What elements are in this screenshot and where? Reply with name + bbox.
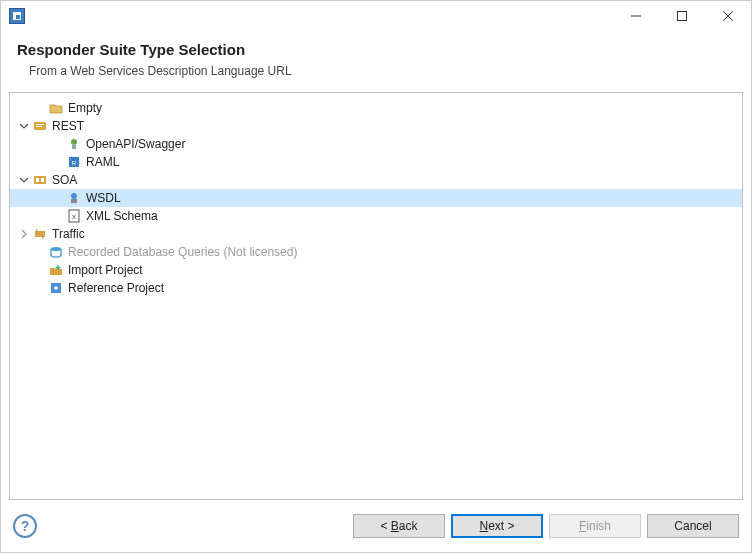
svg-rect-8 (72, 145, 76, 149)
titlebar (1, 1, 751, 31)
help-button[interactable]: ? (13, 514, 37, 538)
svg-point-7 (71, 139, 77, 145)
tree-item-recordeddb: Recorded Database Queries (Not licensed) (10, 243, 742, 261)
tree-item-wsdl[interactable]: WSDL (10, 189, 742, 207)
tree-label: Recorded Database Queries (Not licensed) (68, 245, 297, 259)
svg-rect-15 (71, 199, 77, 203)
page-title: Responder Suite Type Selection (17, 41, 735, 58)
svg-point-18 (51, 247, 61, 251)
tree-label: REST (52, 119, 84, 133)
tree-item-import[interactable]: Import Project (10, 261, 742, 279)
chevron-down-icon[interactable] (16, 175, 32, 185)
wsdl-icon (66, 190, 82, 206)
tree-label: Reference Project (68, 281, 164, 295)
xml-icon: X (66, 208, 82, 224)
svg-rect-12 (36, 178, 39, 182)
tree-item-raml[interactable]: R RAML (10, 153, 742, 171)
traffic-icon (32, 226, 48, 242)
svg-rect-11 (34, 176, 46, 184)
tree-label: XML Schema (86, 209, 158, 223)
next-button[interactable]: Next > (451, 514, 543, 538)
page-subtitle: From a Web Services Description Language… (29, 64, 735, 78)
tree-item-reference[interactable]: Reference Project (10, 279, 742, 297)
tree-item-swagger[interactable]: OpenAPI/Swagger (10, 135, 742, 153)
finish-button: Finish (549, 514, 641, 538)
svg-rect-1 (678, 12, 687, 21)
tree-item-empty[interactable]: Empty (10, 99, 742, 117)
tree-item-rest[interactable]: REST (10, 117, 742, 135)
soa-icon (32, 172, 48, 188)
import-icon (48, 262, 64, 278)
tree-label: SOA (52, 173, 77, 187)
button-label: Finish (579, 519, 611, 533)
app-icon (9, 8, 25, 24)
tree-panel: Empty REST OpenAPI/Swagger R RAML (9, 92, 743, 500)
close-button[interactable] (705, 1, 751, 31)
tree-label: Empty (68, 101, 102, 115)
wizard-header: Responder Suite Type Selection From a We… (1, 31, 751, 92)
tree-item-traffic[interactable]: Traffic (10, 225, 742, 243)
tree-label: Import Project (68, 263, 143, 277)
svg-rect-13 (41, 178, 44, 182)
tree-label: OpenAPI/Swagger (86, 137, 185, 151)
swagger-icon (66, 136, 82, 152)
svg-rect-5 (36, 124, 44, 125)
chevron-right-icon[interactable] (16, 229, 32, 239)
svg-rect-6 (36, 126, 42, 127)
button-label: Next > (479, 519, 514, 533)
minimize-button[interactable] (613, 1, 659, 31)
tree-label: Traffic (52, 227, 85, 241)
svg-text:X: X (72, 214, 76, 220)
back-button[interactable]: < Back (353, 514, 445, 538)
raml-icon: R (66, 154, 82, 170)
tree-item-soa[interactable]: SOA (10, 171, 742, 189)
svg-text:R: R (72, 160, 77, 166)
wizard-footer: ? < Back Next > Finish Cancel (1, 500, 751, 552)
reference-icon (48, 280, 64, 296)
rest-icon (32, 118, 48, 134)
database-icon (48, 244, 64, 260)
chevron-down-icon[interactable] (16, 121, 32, 131)
tree-item-xmlschema[interactable]: X XML Schema (10, 207, 742, 225)
tree-label: WSDL (86, 191, 121, 205)
button-label: < Back (380, 519, 417, 533)
button-label: Cancel (674, 519, 711, 533)
svg-point-14 (71, 193, 77, 199)
cancel-button[interactable]: Cancel (647, 514, 739, 538)
folder-icon (48, 100, 64, 116)
maximize-button[interactable] (659, 1, 705, 31)
tree-label: RAML (86, 155, 119, 169)
